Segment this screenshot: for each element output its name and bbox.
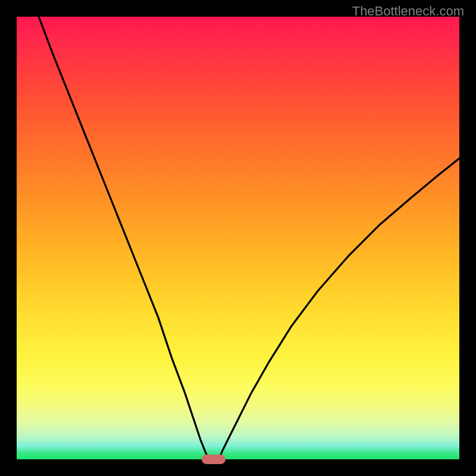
minimum-marker — [202, 455, 226, 464]
chart-plot-area — [17, 17, 459, 459]
curve-right-branch — [219, 158, 459, 458]
curve-left-branch — [39, 17, 208, 458]
attribution-text: TheBottleneck.com — [352, 4, 464, 19]
chart-svg — [17, 17, 459, 459]
